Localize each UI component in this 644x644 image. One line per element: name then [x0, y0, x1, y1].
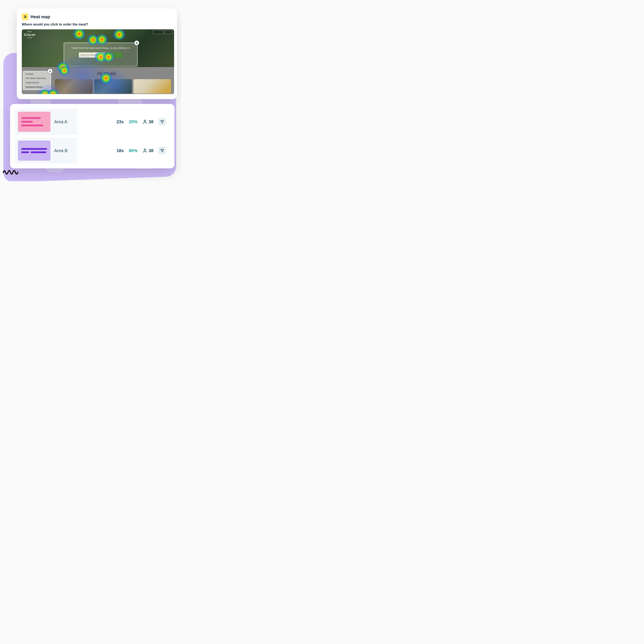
placeholder-bar	[21, 151, 29, 153]
person-icon	[143, 148, 147, 153]
metric-participants: 38	[143, 148, 153, 153]
logo-line2: Grocer	[24, 33, 35, 37]
heat-spot	[113, 29, 125, 40]
area-metrics: 18s 80% 38	[77, 138, 169, 163]
area-thumbnail-b	[18, 141, 50, 161]
ghost-button[interactable]	[165, 30, 172, 34]
ghost-button[interactable]	[153, 30, 164, 34]
area-label: Area A	[54, 119, 67, 124]
svg-point-1	[144, 149, 146, 150]
heart-icon: ♥	[128, 47, 130, 49]
header-buttons	[153, 30, 172, 34]
card-title: Heat map	[31, 14, 50, 19]
placeholder-bar	[31, 151, 46, 153]
filter-button[interactable]	[158, 118, 166, 125]
sidebar-item[interactable]: Simple Dinners	[25, 82, 48, 84]
placeholder-bar	[21, 121, 33, 123]
area-thumb-cell: Area B	[15, 138, 77, 163]
metric-participants: 38	[143, 119, 153, 124]
region-badge-b: B	[134, 40, 139, 45]
heatmap-screenshot: Your Grocer .com.au Order from the best …	[22, 29, 174, 94]
meal-card[interactable]	[133, 79, 171, 94]
participant-count: 38	[149, 119, 153, 124]
tagline-text: Order from the best local shops, in one …	[71, 47, 127, 49]
placeholder-bar	[21, 117, 41, 119]
logo-line3: .com.au	[24, 37, 35, 38]
metrics-card: Area A 23s 20% 38	[10, 104, 174, 168]
person-icon	[143, 119, 147, 124]
funnel-icon	[160, 120, 164, 124]
area-thumb-cell: Area A	[15, 109, 77, 134]
area-label: Area B	[54, 148, 68, 153]
metric-time: 18s	[117, 148, 124, 153]
svg-point-0	[144, 120, 146, 122]
heat-spot	[100, 73, 112, 84]
heat-spot	[103, 52, 114, 62]
area-thumbnail-a	[18, 112, 50, 132]
participant-count: 38	[149, 148, 153, 153]
region-badge-a: A	[48, 69, 53, 74]
area-row-a: Area A 23s 20% 38	[15, 109, 169, 135]
area-metrics: 23s 20% 38	[77, 109, 169, 134]
area-row-b: Area B 18s 80% 38	[15, 138, 169, 163]
sidebar-item[interactable]: This Week's Meal Plan	[25, 77, 48, 79]
site-logo: Your Grocer .com.au	[24, 30, 35, 38]
sidebar-item[interactable]: All Meals	[25, 73, 48, 75]
metric-percent: 80%	[129, 148, 138, 153]
funnel-icon	[160, 149, 164, 153]
heatmap-card: Heat map Where would you click to order …	[17, 8, 177, 99]
placeholder-bar	[21, 148, 47, 150]
card-header: Heat map	[22, 13, 172, 20]
flame-icon	[22, 13, 29, 20]
card-subtitle: Where would you click to order the meal?	[22, 22, 172, 26]
filter-button[interactable]	[158, 147, 166, 154]
hero-tagline: Order from the best local shops, in one …	[64, 47, 137, 50]
metric-time: 23s	[117, 119, 124, 124]
heat-spot	[96, 34, 108, 45]
heat-spot	[59, 66, 69, 75]
metric-percent: 20%	[129, 119, 138, 124]
placeholder-bar	[21, 125, 43, 126]
